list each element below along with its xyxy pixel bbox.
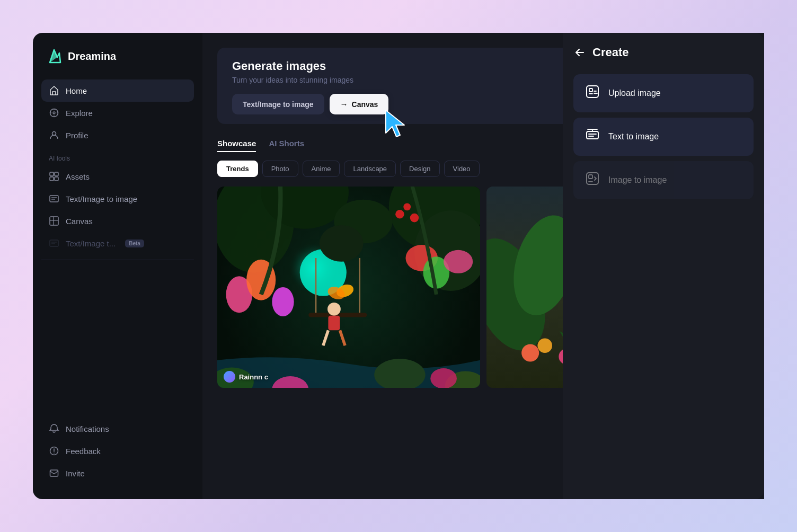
svg-rect-87 xyxy=(587,131,598,139)
canvas-button[interactable]: → Canvas xyxy=(330,94,389,114)
sidebar-item-text-image-beta-label: Text/Image t... xyxy=(66,239,116,248)
svg-rect-12 xyxy=(55,177,58,181)
image-avatar-1 xyxy=(224,371,235,383)
create-option-text-to-image[interactable]: Text to image xyxy=(573,118,754,156)
text-image-button[interactable]: Text/Image to image xyxy=(232,94,324,114)
svg-point-38 xyxy=(444,250,473,273)
text-to-image-icon xyxy=(585,128,600,145)
upload-image-label: Upload image xyxy=(608,88,661,98)
svg-point-23 xyxy=(54,453,55,454)
sidebar-item-assets[interactable]: Assets xyxy=(41,165,194,188)
svg-rect-19 xyxy=(50,240,58,246)
assets-icon xyxy=(49,171,59,182)
svg-rect-11 xyxy=(50,177,54,181)
svg-point-35 xyxy=(272,287,294,316)
invite-icon xyxy=(49,468,59,478)
sidebar-item-feedback[interactable]: Feedback xyxy=(41,440,194,462)
svg-point-42 xyxy=(327,303,341,316)
svg-marker-1 xyxy=(50,50,57,63)
tab-showcase[interactable]: Showcase xyxy=(217,136,256,152)
sidebar-divider xyxy=(41,260,194,260)
back-arrow-icon xyxy=(573,46,586,59)
create-title: Create xyxy=(592,46,628,59)
create-option-image-to-image[interactable]: Image to image xyxy=(573,161,754,199)
svg-rect-9 xyxy=(50,172,54,176)
svg-rect-10 xyxy=(55,172,58,176)
svg-point-54 xyxy=(430,368,457,388)
svg-rect-16 xyxy=(50,217,58,225)
home-icon xyxy=(49,85,59,96)
explore-icon xyxy=(49,108,59,118)
ai-tools-section-label: AI tools xyxy=(41,146,194,165)
sidebar-item-feedback-label: Feedback xyxy=(66,447,101,456)
canvas-icon xyxy=(49,216,59,226)
logo-icon xyxy=(46,48,63,65)
tab-ai-shorts[interactable]: AI Shorts xyxy=(269,136,304,152)
sidebar-item-explore[interactable]: Explore xyxy=(41,102,194,124)
sidebar-item-assets-label: Assets xyxy=(66,172,90,181)
sidebar-item-explore-label: Explore xyxy=(66,109,93,118)
filter-anime[interactable]: Anime xyxy=(303,161,340,177)
sidebar-item-profile[interactable]: Profile xyxy=(41,124,194,146)
sidebar-item-invite[interactable]: Invite xyxy=(41,462,194,484)
svg-point-49 xyxy=(320,225,364,262)
canvas-label: Canvas xyxy=(352,100,378,109)
svg-rect-86 xyxy=(589,88,592,92)
feedback-icon xyxy=(49,446,59,456)
logo-text: Dreamina xyxy=(68,50,116,63)
create-panel-header: Create xyxy=(573,46,754,59)
image-card-1[interactable]: Rainnn c xyxy=(217,187,480,388)
profile-icon xyxy=(49,130,59,140)
svg-rect-13 xyxy=(50,196,58,202)
sidebar-item-home[interactable]: Home xyxy=(41,79,194,102)
logo-area: Dreamina xyxy=(41,48,194,79)
beta-badge: Beta xyxy=(125,240,144,247)
text-image-beta-icon xyxy=(49,238,59,249)
svg-point-3 xyxy=(53,112,55,114)
svg-point-70 xyxy=(537,338,552,353)
sidebar-item-notifications-label: Notifications xyxy=(66,424,109,433)
sidebar: Dreamina Home Explore xyxy=(33,33,202,499)
sidebar-bottom: Notifications Feedback Invite xyxy=(41,418,194,484)
image-username-1: Rainnn c xyxy=(239,373,268,381)
filter-video[interactable]: Video xyxy=(444,161,480,177)
image-to-image-icon xyxy=(585,172,600,189)
svg-marker-25 xyxy=(386,110,404,137)
sidebar-item-invite-label: Invite xyxy=(66,469,85,478)
svg-point-56 xyxy=(403,203,411,211)
svg-point-55 xyxy=(395,210,404,219)
back-button[interactable] xyxy=(573,46,586,59)
svg-rect-91 xyxy=(589,175,592,179)
notifications-icon xyxy=(49,423,59,434)
filter-photo[interactable]: Photo xyxy=(262,161,298,177)
image-to-image-label: Image to image xyxy=(608,175,667,185)
svg-rect-43 xyxy=(328,316,340,331)
image-label-1: Rainnn c xyxy=(224,371,268,383)
sidebar-item-notifications[interactable]: Notifications xyxy=(41,418,194,440)
canvas-arrow-icon: → xyxy=(340,100,348,109)
filter-design[interactable]: Design xyxy=(400,161,439,177)
sidebar-item-canvas[interactable]: Canvas xyxy=(41,210,194,232)
sidebar-item-text-image-beta[interactable]: Text/Image t... Beta xyxy=(41,232,194,254)
sidebar-item-text-image-label: Text/Image to image xyxy=(66,194,137,203)
sidebar-item-profile-label: Profile xyxy=(66,131,88,140)
svg-point-69 xyxy=(521,344,539,361)
sidebar-item-home-label: Home xyxy=(66,86,87,95)
filter-trends[interactable]: Trends xyxy=(217,161,258,177)
svg-rect-24 xyxy=(50,470,58,476)
upload-icon xyxy=(585,85,600,102)
sidebar-item-text-image[interactable]: Text/Image to image xyxy=(41,188,194,210)
create-option-upload[interactable]: Upload image xyxy=(573,74,754,112)
text-image-icon xyxy=(49,193,59,204)
svg-point-57 xyxy=(410,214,419,223)
sidebar-item-canvas-label: Canvas xyxy=(66,217,93,226)
create-panel: Create Upload image xyxy=(563,33,764,499)
text-to-image-label: Text to image xyxy=(608,132,659,141)
forest-image-1 xyxy=(217,187,480,388)
filter-landscape[interactable]: Landscape xyxy=(344,161,396,177)
